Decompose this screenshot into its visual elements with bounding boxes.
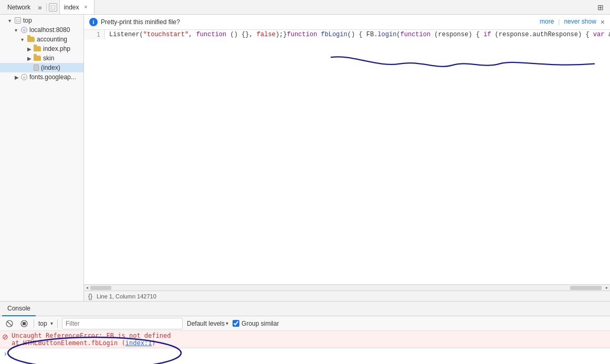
sidebar-item-fonts[interactable]: ▶ ○ fonts.googleap... bbox=[0, 72, 83, 82]
stop-icon bbox=[20, 320, 28, 327]
group-similar-label: Group similar bbox=[241, 320, 279, 327]
sidebar-item-index[interactable]: (index) bbox=[0, 63, 83, 72]
sidebar-item-skin[interactable]: ▶ skin bbox=[0, 53, 83, 63]
scrollbar-thumb[interactable] bbox=[90, 286, 111, 290]
error-line-2: at HTMLButtonElement.fbLogin (index:1) bbox=[12, 339, 608, 347]
scrollbar-track[interactable] bbox=[90, 286, 570, 290]
expand-panel-button[interactable]: ⊞ bbox=[593, 3, 608, 12]
file-tree-sidebar: ▾ □ top ▾ ○ localhost:8080 ▾ accounting … bbox=[0, 15, 84, 301]
tab-overflow-button[interactable]: » bbox=[36, 3, 44, 12]
sidebar-item-indexphp[interactable]: ▶ index.php bbox=[0, 44, 83, 53]
console-filter-input[interactable] bbox=[62, 318, 183, 329]
console-output: ⊘ Uncaught ReferenceError: FB is not def… bbox=[0, 331, 610, 364]
sidebar-item-top[interactable]: ▾ □ top bbox=[0, 16, 83, 25]
banner-never-link[interactable]: never show bbox=[564, 18, 596, 26]
console-tabs: Console bbox=[0, 302, 610, 316]
code-area: i Pretty-print this minified file? more … bbox=[84, 15, 610, 301]
info-icon: i bbox=[89, 18, 98, 26]
sidebar-item-accounting[interactable]: ▾ accounting bbox=[0, 35, 83, 44]
bottom-panel: Console top bbox=[0, 301, 610, 364]
folder-icon-indexphp bbox=[34, 46, 41, 51]
tab-file-index[interactable]: index × bbox=[59, 0, 94, 14]
clear-console-button[interactable] bbox=[4, 318, 15, 329]
tab-close-button[interactable]: × bbox=[82, 4, 90, 11]
tree-arrow-skin: ▶ bbox=[27, 56, 34, 61]
error-text: Uncaught ReferenceError: FB is not defin… bbox=[12, 332, 608, 347]
code-line-1: 1 Listener("touchstart", function () {},… bbox=[84, 30, 610, 39]
scrollbar-thumb-right[interactable] bbox=[570, 286, 602, 290]
error-link[interactable]: index:1 bbox=[125, 339, 152, 347]
pretty-print-text: Pretty-print this minified file? bbox=[101, 18, 180, 26]
error-row: ⊘ Uncaught ReferenceError: FB is not def… bbox=[0, 331, 610, 348]
sidebar-label-skin: skin bbox=[43, 55, 54, 62]
group-similar-checkbox[interactable] bbox=[233, 320, 239, 327]
scrollbar-left-arrow[interactable]: ◂ bbox=[84, 285, 90, 291]
horizontal-scrollbar[interactable]: ◂ ▸ bbox=[84, 284, 610, 291]
prompt-row: › bbox=[0, 348, 610, 359]
banner-more-link[interactable]: more bbox=[540, 18, 554, 26]
banner-separator: | bbox=[558, 18, 560, 26]
code-content[interactable]: 1 Listener("touchstart", function () {},… bbox=[84, 30, 610, 284]
code-text-1: Listener("touchstart", function () {}, f… bbox=[105, 30, 610, 39]
top-toolbar: Network » ⬚ index × ⊞ bbox=[0, 0, 610, 15]
context-select[interactable]: top bbox=[38, 320, 55, 327]
tree-arrow-top: ▾ bbox=[8, 18, 15, 24]
console-separator-2 bbox=[57, 319, 58, 328]
console-separator-1 bbox=[34, 319, 34, 328]
context-select-wrapper: top ▾ bbox=[38, 320, 53, 327]
prompt-arrow-icon: › bbox=[4, 349, 7, 358]
code-content-wrapper: 1 Listener("touchstart", function () {},… bbox=[84, 30, 610, 284]
group-similar-wrapper: Group similar bbox=[233, 320, 279, 327]
pretty-print-banner: i Pretty-print this minified file? more … bbox=[84, 15, 610, 30]
banner-links: more | never show × bbox=[540, 18, 605, 26]
file-icon-index bbox=[34, 65, 39, 71]
tab-network[interactable]: Network bbox=[2, 0, 36, 14]
error-line-2-suffix: ) bbox=[152, 339, 155, 347]
sidebar-label-index: (index) bbox=[41, 64, 60, 71]
tab-file-label: index bbox=[64, 4, 79, 11]
folder-icon-accounting bbox=[27, 37, 35, 42]
tree-arrow-indexphp: ▶ bbox=[27, 46, 34, 52]
scrollbar-right-arrow[interactable]: ▸ bbox=[604, 285, 610, 291]
sidebar-label-accounting: accounting bbox=[37, 36, 67, 43]
toolbar-separator bbox=[46, 3, 47, 12]
clear-icon bbox=[6, 320, 13, 327]
error-line-1: Uncaught ReferenceError: FB is not defin… bbox=[12, 332, 608, 339]
sidebar-label-indexphp: index.php bbox=[43, 45, 70, 52]
error-line-2-prefix: at HTMLButtonElement.fbLogin ( bbox=[12, 339, 125, 347]
status-bar: {} Line 1, Column 142710 bbox=[84, 291, 610, 301]
main-area: ▾ □ top ▾ ○ localhost:8080 ▾ accounting … bbox=[0, 15, 610, 301]
line-number-1: 1 bbox=[84, 30, 105, 39]
log-level-arrow-icon: ▾ bbox=[226, 320, 228, 326]
svg-line-1 bbox=[7, 322, 12, 326]
error-icon: ⊘ bbox=[2, 333, 8, 341]
log-level-wrapper[interactable]: Default levels ▾ bbox=[187, 320, 228, 327]
curly-braces-icon: {} bbox=[88, 293, 92, 300]
annotation-curve bbox=[84, 30, 610, 284]
tree-arrow-fonts: ▶ bbox=[15, 74, 21, 80]
sidebar-label-localhost: localhost:8080 bbox=[29, 26, 70, 34]
sidebar-label-fonts: fonts.googleap... bbox=[29, 73, 76, 81]
tree-arrow-accounting: ▾ bbox=[21, 37, 27, 42]
devtools-icon[interactable]: ⬚ bbox=[49, 3, 57, 12]
tree-arrow-localhost: ▾ bbox=[15, 27, 21, 33]
svg-rect-3 bbox=[23, 322, 26, 325]
sidebar-item-localhost[interactable]: ▾ ○ localhost:8080 bbox=[0, 25, 83, 35]
sidebar-label-top: top bbox=[23, 17, 32, 24]
banner-close-button[interactable]: × bbox=[601, 18, 605, 26]
console-tab-active[interactable]: Console bbox=[2, 302, 36, 316]
stop-recording-button[interactable] bbox=[19, 318, 29, 329]
console-toolbar: top ▾ Default levels ▾ Group similar bbox=[0, 316, 610, 331]
cursor-position: Line 1, Column 142710 bbox=[97, 293, 156, 299]
folder-icon-skin bbox=[34, 56, 41, 61]
log-level-label: Default levels bbox=[187, 320, 225, 327]
